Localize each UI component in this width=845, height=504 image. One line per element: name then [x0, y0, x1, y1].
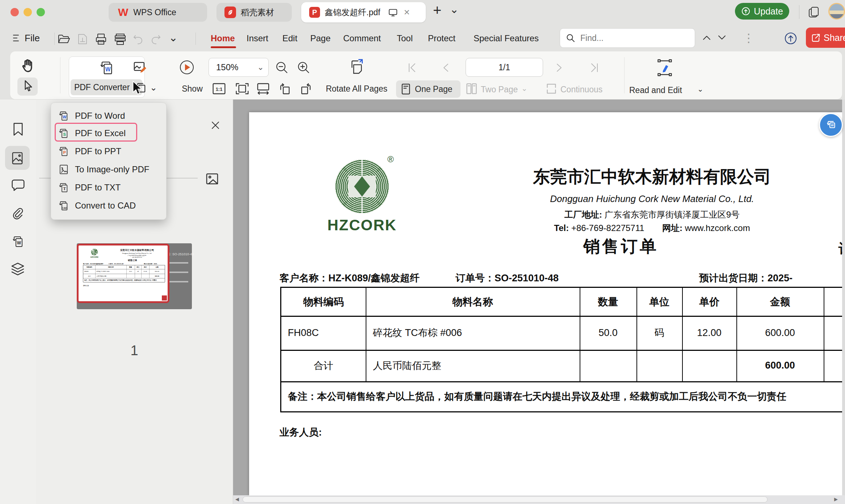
attachment-icon[interactable]	[11, 207, 25, 220]
read-edit-chevron-icon[interactable]: ⌄	[697, 85, 703, 93]
share-button[interactable]: Share	[806, 28, 845, 48]
menu-insert[interactable]: Insert	[247, 33, 268, 43]
edit-picture-icon[interactable]	[133, 60, 148, 75]
fit-width-icon[interactable]	[256, 82, 271, 96]
tab-wps-office[interactable]: W WPS Office	[109, 3, 207, 22]
last-page-icon[interactable]	[589, 62, 600, 73]
two-page-label[interactable]: Two Page	[481, 85, 518, 94]
horizontal-scrollbar[interactable]: ◂ ▸	[233, 495, 845, 504]
update-label: Update	[754, 6, 783, 17]
bookmark-icon[interactable]	[11, 122, 25, 136]
selection-handle[interactable]	[162, 295, 167, 301]
fit-page-icon[interactable]	[235, 82, 250, 96]
tab-docer[interactable]: 稻壳素材	[216, 3, 292, 22]
page-indicator-box[interactable]: 1/1	[466, 58, 543, 77]
thumbnail-panel-button[interactable]	[5, 146, 30, 170]
tab-close-icon[interactable]: ×	[404, 8, 409, 16]
toolbar-divider	[60, 57, 60, 93]
company-logo	[335, 159, 389, 214]
tab-active-pdf[interactable]: P 鑫锦发超纤.pdf ×	[301, 2, 426, 22]
panel-image-icon[interactable]	[205, 172, 219, 186]
rotate-right-icon[interactable]	[298, 82, 314, 96]
undo-icon[interactable]	[133, 34, 143, 44]
hand-tool-icon[interactable]	[20, 58, 35, 74]
avatar[interactable]	[828, 3, 845, 20]
panel-close-icon[interactable]	[211, 121, 220, 130]
actual-size-icon[interactable]: 1:1	[211, 82, 227, 96]
salesperson-label: 业务人员:	[279, 426, 322, 439]
read-edit-icon[interactable]	[656, 59, 673, 77]
menu-special-features[interactable]: Special Features	[474, 33, 539, 43]
thumbnail-selection-box[interactable]: HZCORK 东莞市汇中软木新材料有限公司 Dongguan Huichung …	[77, 244, 169, 303]
table-cell: 码	[636, 316, 682, 350]
traffic-light-zoom[interactable]	[37, 8, 45, 16]
first-page-icon[interactable]	[407, 62, 417, 73]
vertical-scrollbar[interactable]	[842, 100, 845, 495]
rotate-left-icon[interactable]	[277, 82, 293, 96]
zoom-in-icon[interactable]	[296, 60, 311, 75]
select-tool-button[interactable]	[17, 77, 38, 96]
rotate-all-pages-label[interactable]: Rotate All Pages	[319, 84, 395, 94]
traffic-light-minimize[interactable]	[24, 8, 32, 16]
scroll-left-icon[interactable]: ◂	[235, 495, 239, 503]
two-page-chevron-icon[interactable]: ⌄	[521, 84, 527, 93]
menu-page[interactable]: Page	[310, 33, 331, 43]
ship-date: 预计出货日期：2025-	[699, 272, 793, 285]
table-header: 数量	[580, 288, 636, 316]
copy-page-chevron-icon[interactable]: ⌄	[150, 83, 157, 93]
menu-item-image-only-pdf[interactable]: To Image-only PDF	[51, 160, 166, 178]
convert-panel-icon[interactable]: W	[11, 234, 25, 249]
stacked-windows-icon[interactable]	[807, 6, 820, 19]
redo-icon[interactable]	[151, 34, 161, 44]
menu-tool[interactable]: Tool	[397, 33, 413, 43]
two-page-icon[interactable]	[466, 83, 477, 95]
float-convert-button[interactable]: W	[819, 113, 843, 137]
zoom-out-icon[interactable]	[274, 60, 290, 75]
next-page-icon[interactable]	[555, 63, 563, 72]
new-tab-button[interactable]: +	[433, 2, 441, 18]
one-page-icon	[400, 83, 411, 95]
show-label[interactable]: Show	[176, 84, 209, 94]
upload-icon[interactable]	[783, 31, 798, 46]
show-play-icon[interactable]	[179, 59, 195, 75]
tab-list-chevron-icon[interactable]: ⌄	[450, 3, 459, 16]
rotate-all-pages-icon[interactable]	[347, 58, 366, 77]
printer-icon[interactable]	[114, 33, 127, 45]
more-options-kebab-icon[interactable]: ⋮	[743, 31, 754, 45]
quick-access-chevron-icon[interactable]: ⌄	[169, 31, 178, 44]
open-folder-icon[interactable]	[57, 33, 70, 45]
continuous-label[interactable]: Continuous	[560, 85, 602, 94]
menu-edit[interactable]: Edit	[282, 33, 297, 43]
menu-item-pdf-to-txt[interactable]: T PDF to TXT	[51, 178, 166, 197]
menu-comment[interactable]: Comment	[343, 33, 381, 43]
read-edit-label[interactable]: Read and Edit	[629, 85, 682, 95]
layers-icon[interactable]	[10, 262, 25, 276]
tab-label: 稻壳素材	[241, 7, 274, 18]
continuous-icon[interactable]	[545, 83, 558, 95]
prev-page-icon[interactable]	[442, 63, 450, 72]
menu-item-pdf-to-ppt[interactable]: P PDF to PPT	[51, 142, 166, 160]
save-icon[interactable]	[77, 33, 88, 45]
find-next-icon[interactable]	[718, 35, 726, 41]
file-menu[interactable]: File	[25, 33, 40, 44]
traffic-light-close[interactable]	[10, 8, 19, 16]
menu-protect[interactable]: Protect	[428, 33, 455, 43]
find-box[interactable]	[560, 28, 695, 48]
comment-panel-icon[interactable]	[11, 178, 25, 192]
find-prev-icon[interactable]	[702, 35, 711, 41]
one-page-button[interactable]: One Page	[396, 80, 461, 98]
menu-item-pdf-to-word[interactable]: W PDF to Word	[51, 106, 166, 125]
customer-name: 客户名称：HZ-K089/鑫锦发超纤	[279, 272, 420, 285]
find-input[interactable]	[580, 33, 675, 43]
table-cell: 人民币陆佰元整	[373, 350, 580, 381]
menu-home[interactable]: Home	[211, 33, 235, 43]
zoom-select[interactable]: 150% ⌄	[209, 58, 269, 77]
menu-item-convert-to-cad[interactable]: CAD Convert to CAD	[51, 196, 166, 215]
document-viewer[interactable]: ® HZCORK 东莞市汇中软木新材料有限公司 Dongguan Huichun…	[233, 100, 845, 504]
scroll-right-icon[interactable]: ▸	[834, 495, 838, 503]
hamburger-icon[interactable]	[12, 34, 22, 42]
update-button[interactable]: Update	[735, 3, 789, 20]
print-preview-icon[interactable]	[95, 33, 107, 45]
monitor-icon[interactable]	[388, 8, 398, 17]
scrollbar-thumb[interactable]	[243, 496, 768, 503]
